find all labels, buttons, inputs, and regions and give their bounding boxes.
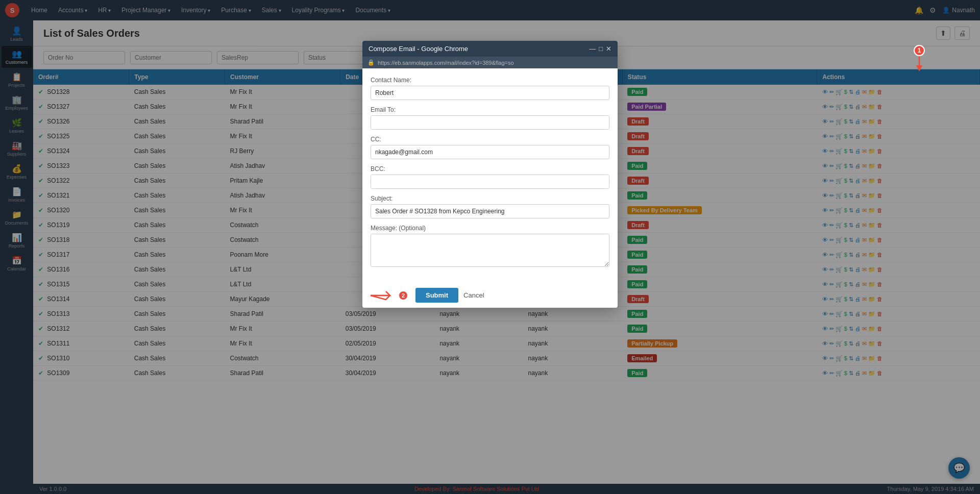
- message-textarea[interactable]: [371, 234, 609, 267]
- subject-group: Subject:: [371, 195, 609, 218]
- email-to-group: Email To:: [371, 106, 609, 130]
- modal-body: Contact Name: Email To: CC: BCC: Subject…: [362, 68, 618, 283]
- submit-button[interactable]: Submit: [415, 288, 458, 303]
- modal-url-text: https://eb.sanmolapps.com/mail/index?id=…: [378, 60, 514, 66]
- modal-window-controls: — □ ✕: [589, 45, 611, 53]
- modal-close-button[interactable]: ✕: [606, 45, 611, 53]
- modal-title-left: Compose Email - Google Chrome: [369, 45, 468, 53]
- contact-name-group: Contact Name:: [371, 77, 609, 100]
- bcc-group: BCC:: [371, 165, 609, 189]
- subject-input[interactable]: [371, 204, 609, 218]
- modal-title-text: Compose Email - Google Chrome: [369, 45, 468, 53]
- cc-input[interactable]: [371, 145, 609, 159]
- compose-email-modal: Compose Email - Google Chrome — □ ✕ 🔒 ht…: [362, 41, 618, 308]
- arrow-2-svg: [371, 289, 396, 302]
- contact-name-label: Contact Name:: [371, 77, 609, 84]
- bcc-label: BCC:: [371, 165, 609, 172]
- annotation-circle-2: 2: [398, 290, 408, 301]
- contact-name-input[interactable]: [371, 86, 609, 100]
- bcc-input[interactable]: [371, 175, 609, 189]
- lock-icon: 🔒: [368, 59, 375, 66]
- cc-label: CC:: [371, 136, 609, 143]
- modal-footer: 2 Submit Cancel: [362, 283, 618, 308]
- cc-group: CC:: [371, 136, 609, 159]
- cancel-button[interactable]: Cancel: [463, 291, 484, 299]
- email-to-input[interactable]: [371, 115, 609, 130]
- subject-label: Subject:: [371, 195, 609, 202]
- modal-minimize-button[interactable]: —: [589, 45, 596, 53]
- modal-overlay: Compose Email - Google Chrome — □ ✕ 🔒 ht…: [0, 0, 980, 494]
- message-group: Message: (Optional): [371, 225, 609, 268]
- email-to-label: Email To:: [371, 106, 609, 113]
- message-label: Message: (Optional): [371, 225, 609, 232]
- modal-maximize-button[interactable]: □: [599, 45, 603, 53]
- modal-url-bar: 🔒 https://eb.sanmolapps.com/mail/index?i…: [362, 57, 618, 68]
- modal-title-bar: Compose Email - Google Chrome — □ ✕: [362, 41, 618, 57]
